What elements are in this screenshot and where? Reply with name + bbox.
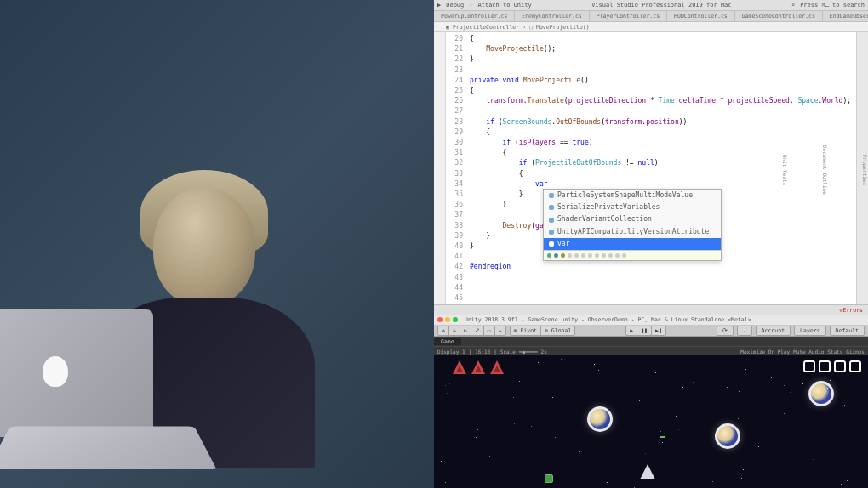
life-box — [834, 360, 846, 372]
gizmos-toggle[interactable]: Gizmos — [846, 349, 865, 355]
maximize-toggle[interactable]: Maximize On Play — [740, 349, 790, 355]
play-button[interactable]: ▶ — [626, 326, 637, 335]
ide-status-bar: ⊘ Errors — [434, 304, 868, 315]
display-dropdown[interactable]: Display 1 — [437, 349, 465, 355]
life-box — [803, 360, 815, 372]
class-icon — [549, 205, 554, 210]
play-controls[interactable]: ▶ ❚❚ ▶❚ — [625, 326, 666, 336]
editor-tab-bar: PowerupController.cs EnemyController.cs … — [434, 11, 868, 22]
move-tool-icon[interactable]: ✢ — [449, 326, 460, 335]
pause-button[interactable]: ❚❚ — [637, 326, 652, 335]
collab-dropdown[interactable]: ⟳ — [717, 326, 734, 336]
game-tab-bar: Game — [434, 337, 868, 346]
tests-panel-tab[interactable]: Unit Tests — [782, 155, 788, 185]
method-icon: ▢ — [529, 24, 533, 31]
close-icon[interactable] — [437, 317, 443, 322]
layers-dropdown[interactable]: Layers — [794, 326, 825, 336]
unity-titlebar: Unity 2018.3.9f1 - GameScene.unity - Obs… — [434, 315, 868, 325]
mute-toggle[interactable]: Mute Audio — [793, 349, 824, 355]
tab-endgame[interactable]: EndGameObserver.cs — [823, 11, 868, 21]
ide-top-toolbar: ▶ Debug › Attach to Unity Visual Studio … — [434, 0, 868, 11]
lives-hud — [803, 360, 861, 372]
enemy-ship — [488, 360, 505, 377]
ide-title: Visual Studio Professional 2019 for Mac — [591, 2, 731, 9]
class-icon: ▣ — [446, 24, 449, 31]
class-icon — [549, 230, 554, 235]
transform-tools[interactable]: ✥ ✢ ↻ ⤢ ▭ ✦ — [437, 326, 506, 336]
outline-panel-tab[interactable]: Document Outline — [822, 145, 828, 195]
cloud-icon[interactable]: ☁ — [737, 326, 752, 336]
tab-powerup[interactable]: PowerupController.cs — [434, 11, 515, 21]
breadcrumb-member[interactable]: MoveProjectile() — [536, 24, 590, 31]
aspect-dropdown[interactable]: 16:10 — [475, 349, 490, 355]
layout-dropdown[interactable]: Default — [830, 326, 865, 336]
breadcrumb-class[interactable]: ProjectileController — [453, 24, 519, 31]
tab-enemy[interactable]: EnemyController.cs — [515, 11, 589, 21]
minimize-icon[interactable] — [445, 317, 450, 322]
apple-logo-icon — [43, 356, 68, 387]
ac-item-1[interactable]: SerializePrivateVariables — [544, 201, 721, 213]
class-icon — [549, 193, 554, 198]
game-view[interactable] — [434, 355, 868, 488]
tab-hud[interactable]: HUDController.cs — [667, 11, 735, 21]
ide-right-sidebar: Properties Document Outline Unit Tests — [856, 32, 868, 304]
code-editor[interactable]: 2021222324252627282930313233343536373839… — [434, 32, 868, 304]
scale-label: Scale — [500, 349, 516, 355]
hand-tool-icon[interactable]: ✥ — [438, 326, 449, 335]
ac-item-2[interactable]: ShaderVariantCollection — [544, 213, 721, 225]
breadcrumb: ▣ ProjectileController › ▢ MoveProjectil… — [434, 22, 868, 32]
properties-panel-tab[interactable]: Properties — [862, 155, 868, 185]
tab-gamescene[interactable]: GameSceneController.cs — [735, 11, 823, 21]
enemy-ship — [451, 360, 468, 377]
planet-sprite — [808, 381, 834, 406]
ac-item-4-selected[interactable]: var — [544, 238, 721, 250]
rotate-tool-icon[interactable]: ↻ — [460, 326, 471, 335]
projectile-sprite — [660, 436, 665, 438]
unity-editor: Unity 2018.3.9f1 - GameScene.unity - Obs… — [434, 315, 868, 488]
config-dropdown[interactable]: Debug — [446, 2, 464, 9]
planet-sprite — [587, 406, 613, 432]
account-dropdown[interactable]: Account — [756, 326, 791, 336]
planet-sprite — [715, 423, 740, 449]
life-box — [849, 360, 861, 372]
game-tab[interactable]: Game — [434, 338, 461, 345]
code-content[interactable]: { MoveProjectile();} private void MovePr… — [466, 32, 868, 304]
maximize-icon[interactable] — [453, 317, 458, 322]
unity-title: Unity 2018.3.9f1 - GameScene.unity - Obs… — [465, 316, 751, 323]
enemy-ship — [470, 360, 487, 377]
tab-player[interactable]: PlayerController.cs — [590, 11, 667, 21]
autocomplete-popup[interactable]: ParticleSystemShapeMultiModeValue Serial… — [543, 189, 722, 261]
step-button[interactable]: ▶❚ — [652, 326, 665, 335]
powerup-sprite — [545, 474, 553, 483]
stats-toggle[interactable]: Stats — [827, 349, 842, 355]
class-icon — [549, 218, 554, 223]
scale-value: 2x — [541, 349, 547, 355]
ide-unity-composite: ▶ Debug › Attach to Unity Visual Studio … — [434, 0, 868, 488]
search-icon[interactable]: ⌕ — [791, 2, 795, 9]
global-toggle[interactable]: ⊚ Global — [541, 326, 574, 335]
life-box — [819, 360, 831, 372]
rect-tool-icon[interactable]: ▭ — [484, 326, 495, 335]
keyword-icon — [549, 241, 554, 247]
laptop-base — [0, 426, 217, 469]
search-placeholder[interactable]: Press ⌘… to search — [800, 2, 865, 9]
marker-gutter — [434, 32, 446, 304]
multi-tool-icon[interactable]: ✦ — [495, 326, 505, 335]
pivot-toggle[interactable]: ⊕ Pivot — [511, 326, 541, 335]
laptop-back — [0, 309, 153, 437]
autocomplete-filter-bar[interactable] — [544, 250, 721, 260]
line-numbers: 2021222324252627282930313233343536373839… — [446, 32, 466, 304]
errors-label[interactable]: Errors — [843, 307, 863, 314]
target-dropdown[interactable]: Attach to Unity — [478, 2, 532, 9]
ac-item-3[interactable]: UnityAPICompatibilityVersionAttribute — [544, 226, 721, 238]
promo-photo-panel — [0, 0, 434, 488]
scale-tool-icon[interactable]: ⤢ — [471, 326, 484, 335]
ac-item-0[interactable]: ParticleSystemShapeMultiModeValue — [544, 190, 721, 201]
game-view-controls: Display 1 | 16:10 | Scale ━●━━━━ 2x Maxi… — [434, 346, 868, 355]
unity-toolbar: ✥ ✢ ↻ ⤢ ▭ ✦ ⊕ Pivot ⊚ Global ▶ ❚❚ ▶❚ ⟳ ☁… — [434, 325, 868, 337]
play-icon[interactable]: ▶ — [437, 2, 441, 9]
player-ship — [638, 464, 657, 481]
scale-slider[interactable]: ━●━━━━ — [519, 349, 538, 355]
